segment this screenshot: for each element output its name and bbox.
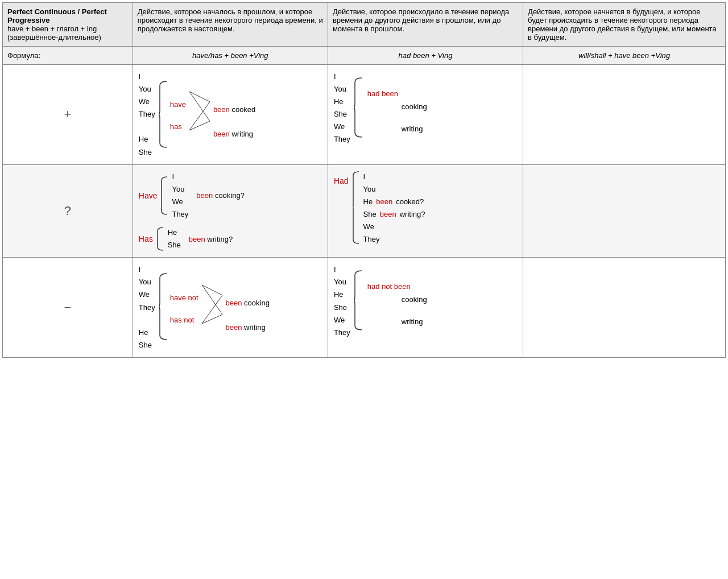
arrow-container xyxy=(188,80,211,148)
bracket-m2 xyxy=(353,270,363,333)
arrow-svg-1 xyxy=(188,80,211,148)
col4-header: Действие, которое начнется в будущем, и … xyxy=(523,3,726,47)
formula-note: (завершённое-длительное) xyxy=(7,33,101,42)
col1-header: Perfect Continuous / Perfect Progressive… xyxy=(3,3,133,47)
bracket-had xyxy=(352,171,360,245)
arrow-container-m xyxy=(201,274,224,342)
bracket-svg-m1 xyxy=(158,272,168,341)
bracket-has xyxy=(156,226,164,251)
col2-header: Действие, которое началось в прошлом, и … xyxy=(133,3,328,47)
had-been-group: had been cooking writing xyxy=(367,84,427,133)
formula-label: have + been + глагол + ing xyxy=(7,24,97,33)
bracket-svg-2 xyxy=(353,77,363,138)
pronoun-list-q2: He She xyxy=(168,226,181,251)
bracket-svg-1 xyxy=(158,80,168,148)
question-col2: Have I You We They been cooking? xyxy=(133,164,328,258)
formula-col3: had been + Ving xyxy=(328,47,523,65)
had-pronouns: I You He been cooked? She been writing? … xyxy=(363,171,425,246)
pronoun-list-m2: I You He She We They xyxy=(334,263,350,339)
bracket-svg-m2 xyxy=(353,270,363,331)
minus-col3: I You He She We They had not been xyxy=(328,258,523,358)
plus-col4-empty xyxy=(523,65,726,165)
have-not-has-not: have not has not xyxy=(170,291,198,324)
svg-line-0 xyxy=(189,92,210,102)
minus-col4-empty xyxy=(523,258,726,358)
pronoun-list-1: I You We They He She xyxy=(139,71,155,159)
tense-name: Perfect Continuous / Perfect Progressive xyxy=(7,7,107,24)
formula-row-label: Формула: xyxy=(3,47,133,65)
have-has-group: have has xyxy=(170,98,186,131)
minus-sign: − xyxy=(3,258,133,358)
had-not-been-group: had not been cooking writing xyxy=(367,276,427,326)
bracket-minus-1 xyxy=(158,272,168,342)
question-col4-empty xyxy=(523,164,726,258)
been-forms-1: been cooked been writing xyxy=(213,90,255,138)
pronoun-list-q1: I You We They xyxy=(172,171,188,221)
plus-sign: + xyxy=(3,65,133,165)
formula-col4: will/shall + have been +Ving xyxy=(523,47,726,65)
been-forms-m1: been cooking been writing xyxy=(226,284,270,332)
bracket-2 xyxy=(353,77,363,140)
plus-col3: I You He She We They had been xyxy=(328,65,523,165)
formula-col2: have/has + been +Ving xyxy=(133,47,328,65)
question-col3: Had I You He been cooked? She been writi… xyxy=(328,164,523,258)
plus-col2: I You We They He She have has xyxy=(133,65,328,165)
pronoun-list-m1: I You We They He She xyxy=(139,263,155,351)
col3-header: Действие, которое происходило в течение … xyxy=(328,3,523,47)
bracket-have xyxy=(160,176,168,216)
question-sign: ? xyxy=(3,164,133,258)
pronoun-list-2: I You He She We They xyxy=(334,71,350,146)
svg-line-4 xyxy=(202,285,222,295)
arrow-svg-m1 xyxy=(201,274,224,342)
minus-col2: I You We They He She have not has not xyxy=(133,258,328,358)
